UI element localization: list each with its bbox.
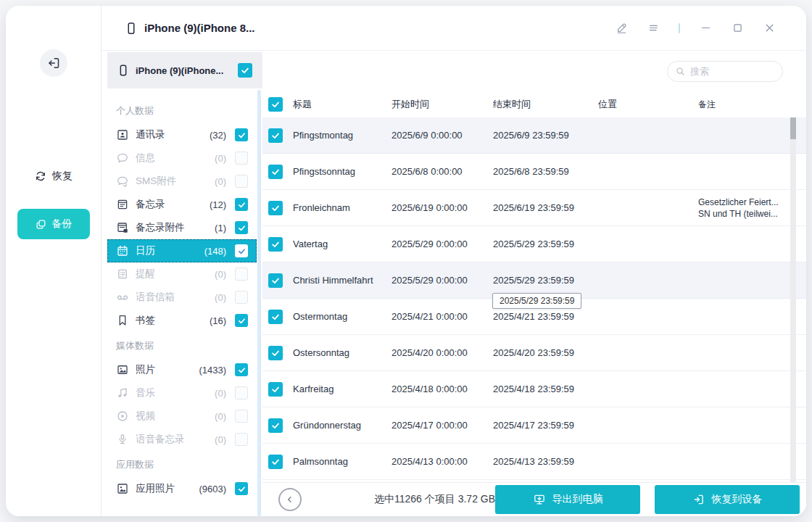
category-item-voicemail[interactable]: 语音信箱 (0) [107, 286, 257, 309]
table-row[interactable]: Ostersonntag 2025/4/20 0:00:00 2025/4/20… [262, 335, 806, 371]
category-count: (32) [210, 130, 226, 141]
category-count: (9603) [199, 484, 226, 494]
close-button[interactable] [763, 22, 776, 35]
category-checkbox[interactable] [235, 175, 248, 188]
search-icon [675, 66, 686, 77]
category-checkbox[interactable] [235, 152, 248, 165]
category-list: 个人数据 通讯录 (32) 信息 (0) SMS附件 (0) 备忘录 (12) … [102, 88, 262, 516]
event-end-time: 2025/4/18 23:59:59 [493, 384, 598, 394]
tooltip: 2025/5/29 23:59:59 [492, 293, 581, 309]
minimize-button[interactable] [699, 22, 712, 35]
column-header-title[interactable]: 标题 [293, 98, 392, 111]
event-end-time: 2025/5/29 23:59:59 [493, 275, 598, 286]
category-item-photos[interactable]: 照片 (1433) [107, 358, 257, 381]
export-computer-icon [533, 493, 546, 506]
event-end-time: 2025/4/13 23:59:59 [493, 456, 598, 467]
event-start-time: 2025/5/29 0:00:00 [392, 239, 493, 249]
table-row[interactable]: Gründonnerstag 2025/4/17 0:00:00 2025/4/… [262, 407, 806, 444]
category-checkbox[interactable] [235, 410, 248, 423]
table-row[interactable]: Karfreitag 2025/4/18 0:00:00 2025/4/18 2… [262, 371, 806, 407]
category-section-label: 媒体数据 [102, 332, 262, 358]
category-checkbox[interactable] [235, 314, 248, 327]
category-item-app-photos[interactable]: 应用照片 (9603) [107, 477, 257, 500]
reminders-icon [116, 268, 129, 281]
select-all-checkbox[interactable] [268, 97, 283, 112]
category-label: 通讯录 [136, 128, 165, 141]
category-item-reminders[interactable]: 提醒 (0) [107, 262, 257, 286]
edit-pen-button[interactable] [615, 22, 628, 35]
table-row[interactable]: Fronleichnam 2025/6/19 0:00:00 2025/6/19… [262, 190, 806, 226]
menu-button[interactable] [647, 22, 660, 35]
table-scrollbar-thumb[interactable] [790, 117, 796, 139]
category-item-notes[interactable]: 备忘录 (12) [107, 193, 257, 216]
panel-scrollbar[interactable] [257, 90, 261, 516]
search-input[interactable] [690, 66, 775, 77]
row-checkbox[interactable] [268, 237, 283, 252]
row-checkbox[interactable] [268, 418, 283, 433]
column-header-note[interactable]: 备注 [698, 99, 806, 111]
contacts-icon [116, 128, 129, 141]
nav-item-restore[interactable]: 恢复 [34, 170, 72, 183]
window-title-group: iPhone (9)(iPhone 8... [125, 20, 255, 37]
category-item-bookmark[interactable]: 书签 (16) [107, 309, 257, 332]
table-row[interactable]: Vatertag 2025/5/29 0:00:00 2025/5/29 23:… [262, 226, 806, 262]
column-header-start[interactable]: 开始时间 [392, 98, 493, 111]
export-to-computer-button[interactable]: 导出到电脑 [495, 485, 640, 514]
row-checkbox[interactable] [268, 201, 283, 215]
table-row[interactable]: Pfingstmontag 2025/6/9 0:00:00 2025/6/9 … [262, 117, 806, 154]
table-row[interactable]: Palmsonntag 2025/4/13 0:00:00 2025/4/13 … [262, 444, 806, 480]
column-header-location[interactable]: 位置 [598, 98, 698, 111]
category-label: SMS附件 [136, 175, 176, 188]
event-start-time: 2025/6/8 0:00:00 [392, 166, 493, 177]
category-count: (12) [210, 199, 226, 210]
exit-button[interactable] [40, 49, 67, 77]
device-checkbox[interactable] [238, 63, 252, 78]
category-item-messages[interactable]: 信息 (0) [107, 146, 257, 170]
category-checkbox[interactable] [235, 363, 248, 376]
category-item-voice-memo[interactable]: 语音备忘录 (0) [107, 428, 257, 451]
notes-icon [116, 198, 129, 211]
page-back-button[interactable] [278, 488, 302, 511]
category-item-calendar[interactable]: 日历 (148) [107, 239, 257, 262]
event-start-time: 2025/6/9 0:00:00 [392, 130, 493, 141]
bookmark-icon [116, 314, 129, 327]
row-checkbox[interactable] [268, 455, 283, 469]
category-checkbox[interactable] [235, 386, 248, 399]
row-checkbox[interactable] [268, 346, 283, 360]
event-end-time: 2025/4/20 23:59:59 [493, 347, 598, 358]
category-checkbox[interactable] [235, 244, 248, 257]
category-checkbox[interactable] [235, 482, 248, 495]
notes-attachment-icon [116, 221, 129, 234]
category-item-sms-attachment[interactable]: SMS附件 (0) [107, 170, 257, 193]
category-item-notes-attachment[interactable]: 备忘录附件 (1) [107, 216, 257, 239]
event-title: Gründonnerstag [293, 420, 392, 431]
row-checkbox[interactable] [268, 128, 283, 143]
row-checkbox[interactable] [268, 273, 283, 288]
category-count: (0) [215, 176, 226, 187]
category-item-video[interactable]: 视频 (0) [107, 405, 257, 428]
category-checkbox[interactable] [235, 221, 248, 234]
category-checkbox[interactable] [235, 291, 248, 304]
footer-bar: 选中11266 个项目 3.72 GB 导出到电脑 恢复到设备 [262, 482, 806, 516]
category-checkbox[interactable] [235, 268, 248, 281]
category-item-contacts[interactable]: 通讯录 (32) [107, 123, 257, 146]
nav-item-backup[interactable]: 备份 [17, 209, 90, 239]
row-checkbox[interactable] [268, 382, 283, 397]
row-checkbox[interactable] [268, 165, 283, 179]
category-checkbox[interactable] [235, 128, 248, 141]
device-header[interactable]: iPhone (9)(iPhone... [107, 52, 262, 88]
category-label: 日历 [136, 244, 155, 257]
column-header-end[interactable]: 结束时间 [493, 98, 598, 111]
search-box[interactable] [667, 61, 783, 82]
restore-to-device-button[interactable]: 恢复到设备 [655, 485, 800, 514]
category-label: 应用照片 [136, 482, 175, 495]
table-scrollbar[interactable] [790, 117, 796, 482]
category-item-music[interactable]: 音乐 (0) [107, 381, 257, 405]
category-checkbox[interactable] [235, 433, 248, 446]
photos-icon [116, 363, 129, 376]
maximize-button[interactable] [731, 22, 744, 35]
table-row[interactable]: Pfingstsonntag 2025/6/8 0:00:00 2025/6/8… [262, 154, 806, 190]
event-end-time: 2025/4/21 23:59:59 [493, 311, 598, 322]
row-checkbox[interactable] [268, 310, 283, 324]
category-checkbox[interactable] [235, 198, 248, 211]
